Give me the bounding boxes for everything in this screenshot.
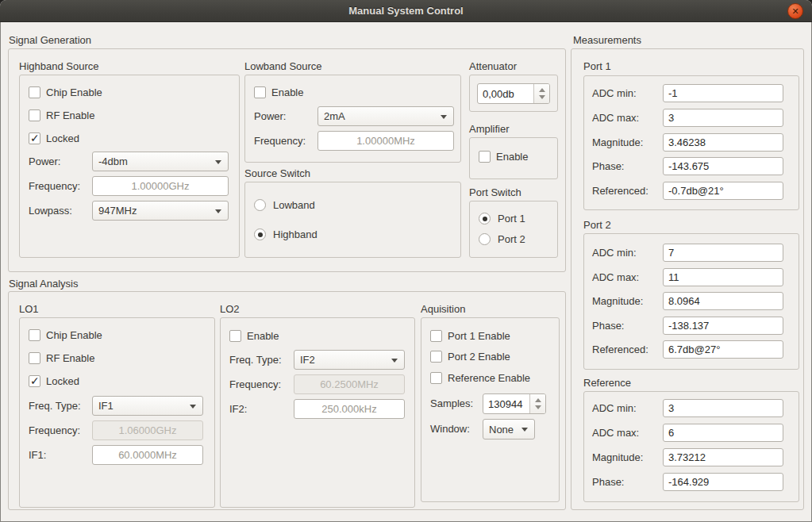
window-title: Manual System Control — [348, 5, 463, 17]
highband-power-select[interactable]: -4dbm — [92, 152, 229, 171]
reference-adc-max-label: ADC max: — [592, 427, 639, 439]
source-switch-highband-radio[interactable] — [254, 228, 266, 240]
attenuator-spinbox[interactable] — [477, 83, 550, 104]
highband-lowpass-select[interactable]: 947MHz — [92, 201, 229, 221]
highband-locked-checkbox[interactable] — [29, 132, 40, 144]
titlebar[interactable]: Manual System Control ✕ — [0, 0, 812, 22]
chevron-down-icon — [521, 428, 528, 432]
spin-down-icon[interactable] — [535, 405, 541, 409]
port1-referenced-label: Referenced: — [592, 185, 648, 197]
lo1-frequency-label: Frequency: — [29, 424, 80, 436]
measurements-title: Measurements — [573, 34, 641, 46]
lo1-if1-input[interactable] — [92, 445, 203, 465]
aquisition-port2-enable-checkbox[interactable] — [430, 351, 442, 363]
spin-up-icon[interactable] — [539, 88, 545, 92]
aquisition-port1-enable-checkbox[interactable] — [430, 330, 442, 342]
lowband-enable-label[interactable]: Enable — [271, 86, 303, 98]
port1-adc-min-label: ADC min: — [592, 87, 637, 99]
close-icon: ✕ — [791, 7, 799, 16]
lo1-rf-enable-checkbox[interactable] — [29, 352, 40, 364]
port-switch-port2-label[interactable]: Port 2 — [498, 233, 525, 245]
amplifier-title: Amplifier — [469, 123, 510, 135]
chevron-down-icon — [391, 359, 398, 363]
amplifier-enable-label[interactable]: Enable — [496, 151, 528, 163]
lo2-enable-checkbox[interactable] — [229, 330, 241, 342]
port2-adc-min-input[interactable] — [663, 244, 783, 262]
lo2-title: LO2 — [220, 303, 240, 315]
highband-chip-enable-checkbox[interactable] — [29, 86, 40, 98]
lo1-rf-enable-label[interactable]: RF Enable — [46, 352, 94, 364]
source-switch-lowband-label[interactable]: Lowband — [273, 199, 315, 211]
reference-adc-max-input[interactable] — [663, 424, 783, 442]
reference-adc-min-input[interactable] — [663, 399, 783, 417]
aquisition-reference-enable-checkbox[interactable] — [430, 372, 442, 384]
aquisition-window-select[interactable]: None — [483, 419, 535, 439]
measurements-port2-title: Port 2 — [583, 219, 611, 231]
lo1-locked-label[interactable]: Locked — [46, 375, 79, 387]
amplifier-enable-checkbox[interactable] — [479, 151, 491, 163]
port1-adc-min-input[interactable] — [663, 84, 783, 102]
manual-system-control-window: Manual System Control ✕ Signal Generatio… — [0, 0, 812, 522]
port2-adc-max-label: ADC max: — [592, 271, 639, 283]
port2-phase-input[interactable] — [663, 317, 783, 335]
aquisition-port2-enable-label[interactable]: Port 2 Enable — [448, 351, 510, 363]
lo1-freq-type-value: IF1 — [98, 400, 114, 412]
port2-referenced-label: Referenced: — [592, 344, 648, 355]
chevron-down-icon — [441, 115, 447, 119]
lo1-locked-checkbox[interactable] — [29, 375, 40, 387]
aquisition-samples-label: Samples: — [430, 397, 473, 409]
highband-locked-label[interactable]: Locked — [46, 132, 79, 144]
port-switch-port1-label[interactable]: Port 1 — [498, 213, 525, 225]
port-switch-port2-radio[interactable] — [479, 233, 491, 245]
lowband-enable-checkbox[interactable] — [254, 86, 266, 98]
port1-magnitude-input[interactable] — [663, 133, 783, 152]
port2-magnitude-label: Magnitude: — [592, 295, 643, 307]
reference-phase-label: Phase: — [592, 476, 624, 488]
aquisition-reference-enable-label[interactable]: Reference Enable — [448, 372, 530, 384]
highband-rf-enable-label[interactable]: RF Enable — [46, 109, 94, 121]
spin-down-icon[interactable] — [539, 95, 545, 99]
port1-adc-max-input[interactable] — [663, 109, 783, 127]
lo1-freq-type-label: Freq. Type: — [29, 400, 81, 412]
lo1-chip-enable-checkbox[interactable] — [29, 329, 40, 341]
highband-frequency-input[interactable] — [92, 176, 229, 196]
port-switch-port1-radio[interactable] — [479, 213, 491, 225]
highband-chip-enable-label[interactable]: Chip Enable — [46, 86, 102, 98]
lowband-power-label: Power: — [254, 110, 286, 122]
spin-up-icon[interactable] — [535, 398, 541, 402]
attenuator-input[interactable] — [478, 84, 533, 103]
source-switch-lowband-radio[interactable] — [254, 199, 266, 211]
lowband-frequency-input[interactable] — [317, 131, 454, 151]
lo2-if2-input[interactable] — [294, 399, 405, 419]
port1-referenced-input[interactable] — [663, 182, 783, 200]
port2-referenced-input[interactable] — [663, 340, 783, 359]
lowband-power-select[interactable]: 2mA — [317, 106, 454, 126]
reference-magnitude-label: Magnitude: — [592, 451, 643, 463]
port-switch-group — [469, 201, 558, 258]
source-switch-highband-label[interactable]: Highband — [273, 228, 317, 240]
reference-magnitude-input[interactable] — [663, 448, 783, 466]
port1-phase-input[interactable] — [663, 157, 783, 175]
lo1-chip-enable-label[interactable]: Chip Enable — [46, 329, 102, 341]
lo1-freq-type-select[interactable]: IF1 — [92, 396, 203, 416]
highband-frequency-label: Frequency: — [29, 180, 80, 192]
measurements-port1-title: Port 1 — [583, 60, 611, 72]
aquisition-title: Aquisition — [421, 303, 465, 315]
aquisition-port1-enable-label[interactable]: Port 1 Enable — [448, 330, 510, 342]
port2-magnitude-input[interactable] — [663, 292, 783, 310]
port2-adc-max-input[interactable] — [663, 268, 783, 286]
lo2-enable-label[interactable]: Enable — [247, 330, 279, 342]
chevron-down-icon — [190, 405, 196, 409]
aquisition-samples-input[interactable] — [483, 394, 529, 413]
lo2-frequency-input — [294, 374, 405, 394]
reference-phase-input[interactable] — [663, 473, 783, 491]
highband-rf-enable-checkbox[interactable] — [29, 109, 40, 121]
attenuator-title: Attenuator — [469, 60, 517, 72]
aquisition-samples-spinbox[interactable] — [483, 393, 546, 414]
lo2-freq-type-select[interactable]: IF2 — [294, 350, 405, 370]
aquisition-window-label: Window: — [430, 423, 470, 435]
samples-spin-buttons — [529, 394, 545, 413]
close-button[interactable]: ✕ — [787, 3, 803, 19]
chevron-down-icon — [215, 209, 221, 213]
lowband-source-title: Lowband Source — [244, 60, 322, 72]
